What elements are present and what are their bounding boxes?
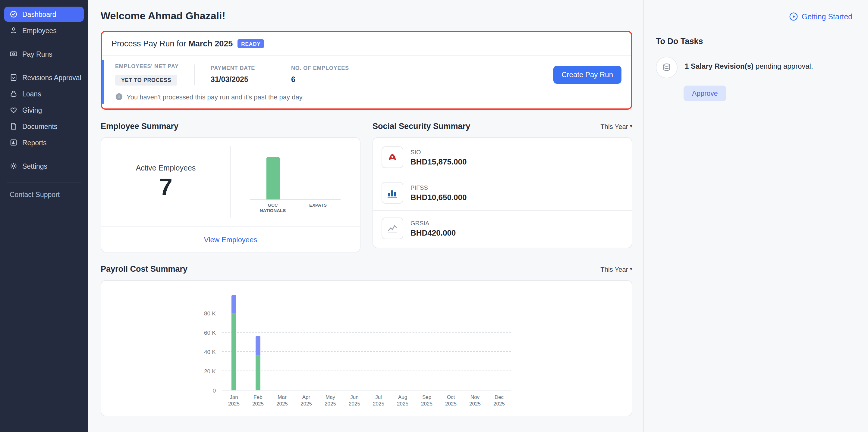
bar-column	[270, 294, 294, 391]
employee-count-field: NO. OF EMPLOYEES 6	[291, 65, 349, 84]
x-axis-tick: Aug2025	[391, 394, 415, 407]
employee-chart-labels: GCC NATIONALSEXPATS	[250, 202, 341, 213]
bar-column	[318, 294, 342, 391]
social-security-filter[interactable]: This Year ▾	[600, 123, 632, 130]
sidebar-item-settings[interactable]: Settings	[4, 159, 84, 173]
sidebar-item-employees[interactable]: Employees	[4, 23, 84, 38]
filter-label: This Year	[600, 123, 628, 130]
employee-count-value: 6	[291, 75, 349, 84]
social-security-row: GRSIA BHD420.000	[373, 210, 632, 246]
social-security-section: Social Security Summary This Year ▾	[373, 110, 632, 253]
bar-column	[246, 294, 270, 391]
bar-column	[391, 294, 415, 391]
page-title: Welcome Ahmad Ghazali!	[101, 0, 632, 28]
pifss-logo-icon	[381, 182, 403, 204]
view-employees-link[interactable]: View Employees	[204, 236, 257, 244]
filter-label: This Year	[600, 265, 628, 273]
payrun-header: Process Pay Run for March 2025 READY	[102, 32, 631, 56]
bar-segment	[255, 355, 260, 391]
sidebar-item-label: Documents	[22, 123, 57, 130]
sidebar: Dashboard Employees Pay Runs Revisions A…	[0, 0, 88, 432]
todo-text: 1 Salary Revision(s) pending approval.	[685, 57, 813, 70]
payroll-cost-title: Payroll Cost Summary	[101, 265, 187, 273]
payroll-chart-plot: 020 K40 K60 K80 K	[222, 294, 511, 391]
bar-column	[439, 294, 463, 391]
bar-segment	[255, 336, 260, 355]
sidebar-item-loans[interactable]: Loans	[4, 86, 84, 101]
bar-segment	[231, 313, 236, 391]
active-employees-count: 7	[159, 173, 173, 200]
x-axis-tick: Jun2025	[342, 394, 367, 407]
payroll-cost-filter[interactable]: This Year ▾	[600, 265, 632, 273]
bar-column	[367, 294, 391, 391]
employee-count-label: NO. OF EMPLOYEES	[291, 65, 349, 71]
x-axis-tick: May2025	[318, 394, 342, 407]
create-pay-run-button[interactable]: Create Pay Run	[553, 65, 621, 84]
payroll-cost-section: Payroll Cost Summary This Year ▾ 020 K40…	[101, 265, 632, 416]
social-security-amount: BHD15,875.000	[410, 157, 467, 166]
x-axis-tick: Jul2025	[367, 394, 391, 407]
bar	[231, 295, 236, 391]
payment-date-value: 31/03/2025	[211, 75, 255, 84]
grsia-logo-icon	[381, 218, 403, 239]
sidebar-item-reports[interactable]: Reports	[4, 135, 84, 150]
bar-column	[222, 294, 246, 391]
approve-button[interactable]: Approve	[684, 86, 726, 101]
heart-icon	[10, 106, 18, 114]
active-employees-block: Active Employees 7	[101, 138, 230, 226]
x-axis-tick: Jan2025	[222, 394, 246, 407]
money-bag-icon	[10, 90, 18, 98]
bar	[255, 336, 260, 391]
payrun-period: March 2025	[188, 39, 233, 48]
bar-segment	[231, 295, 236, 313]
y-axis-tick: 60 K	[204, 329, 216, 336]
todo-text-rest: pending approval.	[753, 62, 813, 70]
y-axis-tick: 20 K	[204, 368, 216, 374]
social-security-row: SIO BHD15,875.000	[373, 140, 632, 175]
active-employees-label: Active Employees	[136, 164, 196, 172]
x-axis-tick: Apr2025	[294, 394, 318, 407]
status-badge: READY	[238, 39, 264, 48]
employee-summary-section: Employee Summary Active Employees 7	[101, 110, 361, 253]
todo-title: To Do Tasks	[656, 37, 852, 46]
payrun-title-prefix: Process Pay Run for	[112, 39, 186, 48]
social-security-amount: BHD420.000	[410, 228, 456, 237]
sidebar-item-dashboard[interactable]: Dashboard	[4, 7, 84, 22]
sio-logo-icon	[381, 146, 403, 168]
todo-panel: Getting Started To Do Tasks 1 Salary Rev…	[643, 0, 868, 432]
x-axis-tick: Sep2025	[415, 394, 439, 407]
payroll-cost-card: 020 K40 K60 K80 K Jan2025Feb2025Mar2025A…	[101, 280, 632, 416]
y-axis-tick: 40 K	[204, 348, 216, 355]
sidebar-item-label: Employees	[22, 27, 57, 34]
sidebar-item-documents[interactable]: Documents	[4, 119, 84, 134]
payment-date-field: PAYMENT DATE 31/03/2025	[211, 65, 255, 84]
employee-chart: GCC NATIONALSEXPATS	[231, 138, 360, 226]
sidebar-item-pay-runs[interactable]: Pay Runs	[4, 46, 84, 62]
x-axis-tick: Nov2025	[463, 394, 487, 407]
contact-support-link[interactable]: Contact Support	[7, 182, 81, 206]
y-axis-tick: 0	[213, 387, 216, 394]
center-column: Welcome Ahmad Ghazali! Process Pay Run f…	[88, 0, 643, 432]
bar-column	[463, 294, 487, 391]
social-security-amount: BHD10,650.000	[410, 193, 467, 202]
dashboard-icon	[10, 10, 18, 18]
bar-chart-icon	[10, 139, 18, 146]
sidebar-item-giving[interactable]: Giving	[4, 102, 84, 118]
play-circle-icon	[789, 12, 798, 21]
cash-icon	[10, 50, 18, 58]
sidebar-item-revisions-approval[interactable]: Revisions Approval	[4, 70, 84, 85]
x-axis-tick: Feb2025	[246, 394, 270, 407]
getting-started-link[interactable]: Getting Started	[656, 0, 852, 21]
document-check-icon	[10, 73, 18, 81]
bar-column	[415, 294, 439, 391]
bar	[266, 157, 279, 199]
employee-chart-bars	[250, 151, 341, 200]
social-security-card: SIO BHD15,875.000 PIFSS BHD10,650.000	[373, 137, 632, 248]
net-pay-label: EMPLOYEES' NET PAY	[115, 63, 179, 69]
x-axis-tick: EXPATS	[296, 202, 341, 213]
sidebar-item-label: Reports	[22, 139, 47, 146]
gear-icon	[10, 162, 18, 170]
social-security-name: PIFSS	[410, 184, 467, 191]
x-axis-tick: GCC NATIONALS	[250, 202, 296, 213]
sidebar-item-label: Settings	[22, 162, 47, 170]
